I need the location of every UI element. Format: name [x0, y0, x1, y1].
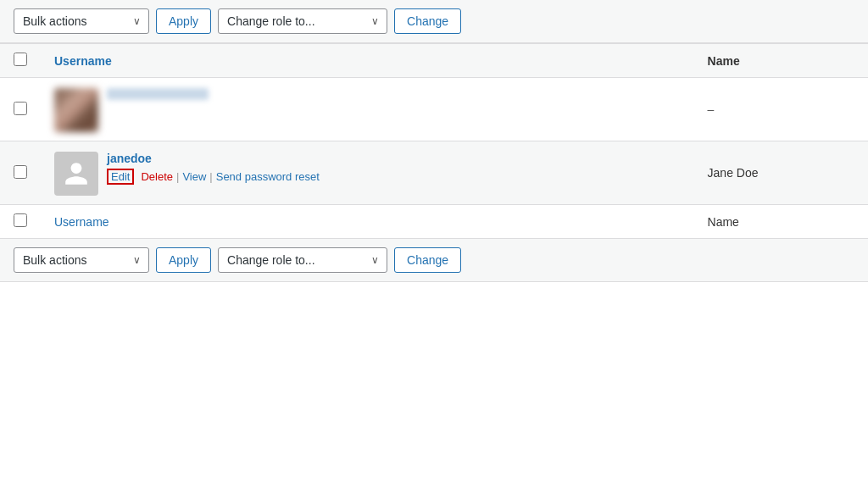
- row-checkbox-janedoe[interactable]: [14, 165, 27, 179]
- name-value-janedoe: Jane Doe: [708, 166, 759, 180]
- bulk-actions-select-top[interactable]: Bulk actions: [14, 8, 149, 34]
- row-checkbox-cell-redacted[interactable]: [0, 78, 41, 141]
- name-column-header: Name: [694, 44, 868, 78]
- toolbar-bottom: Bulk actions ∨ Apply Change role to... ∨…: [0, 239, 868, 282]
- view-link-janedoe[interactable]: View: [182, 170, 206, 183]
- user-row-inner-redacted: [54, 88, 681, 132]
- name-dash: –: [708, 102, 715, 116]
- username-sort-link[interactable]: Username: [54, 54, 112, 68]
- footer-username-cell[interactable]: Username: [41, 205, 694, 239]
- row-checkbox-redacted[interactable]: [14, 102, 27, 115]
- blurred-username-text: [107, 88, 209, 100]
- apply-button-top[interactable]: Apply: [156, 8, 211, 34]
- users-table: Username Name –: [0, 43, 868, 239]
- username-info-janedoe: janedoe Edit Delete | View | Send passwo…: [107, 152, 320, 185]
- footer-select-all-checkbox[interactable]: [14, 213, 27, 227]
- change-role-select-wrapper-bottom[interactable]: Change role to... ∨: [218, 247, 387, 273]
- change-button-top[interactable]: Change: [394, 8, 461, 34]
- bulk-actions-select-bottom[interactable]: Bulk actions: [14, 247, 149, 273]
- edit-link-janedoe[interactable]: Edit: [107, 169, 134, 185]
- footer-name-cell: Name: [694, 205, 868, 239]
- username-cell-janedoe: janedoe Edit Delete | View | Send passwo…: [41, 141, 694, 205]
- name-cell-janedoe: Jane Doe: [694, 141, 868, 205]
- username-info-redacted: [107, 88, 209, 103]
- row-checkbox-cell-janedoe[interactable]: [0, 141, 41, 205]
- table-row: janedoe Edit Delete | View | Send passwo…: [0, 141, 868, 205]
- footer-checkbox-cell[interactable]: [0, 205, 41, 239]
- change-button-bottom[interactable]: Change: [394, 247, 461, 273]
- table-footer-header-row: Username Name: [0, 205, 868, 239]
- user-row-inner-janedoe: janedoe Edit Delete | View | Send passwo…: [54, 152, 681, 196]
- name-cell-redacted: –: [694, 78, 868, 141]
- username-column-header[interactable]: Username: [41, 44, 694, 78]
- change-role-select-bottom[interactable]: Change role to...: [218, 247, 387, 273]
- avatar-janedoe: [54, 152, 98, 196]
- toolbar-top: Bulk actions ∨ Apply Change role to... ∨…: [0, 0, 868, 43]
- footer-username-sort-link[interactable]: Username: [54, 215, 109, 229]
- separator-2: |: [176, 170, 179, 183]
- username-link-janedoe[interactable]: janedoe: [107, 152, 320, 165]
- avatar-redacted: [54, 88, 98, 132]
- table-row: –: [0, 78, 868, 141]
- username-cell-redacted: [41, 78, 694, 141]
- bulk-actions-select-wrapper-top[interactable]: Bulk actions ∨: [14, 8, 149, 34]
- separator-3: |: [209, 170, 212, 183]
- select-all-checkbox[interactable]: [14, 53, 27, 66]
- select-all-header[interactable]: [0, 44, 41, 78]
- change-role-select-wrapper-top[interactable]: Change role to... ∨: [218, 8, 387, 34]
- send-pw-link-janedoe[interactable]: Send password reset: [216, 170, 320, 183]
- bulk-actions-select-wrapper-bottom[interactable]: Bulk actions ∨: [14, 247, 149, 273]
- apply-button-bottom[interactable]: Apply: [156, 247, 211, 273]
- user-icon: [63, 160, 90, 187]
- change-role-select-top[interactable]: Change role to...: [218, 8, 387, 34]
- delete-link-janedoe[interactable]: Delete: [141, 170, 173, 183]
- table-header-row: Username Name: [0, 44, 868, 78]
- row-actions-janedoe: Edit Delete | View | Send password reset: [107, 169, 320, 185]
